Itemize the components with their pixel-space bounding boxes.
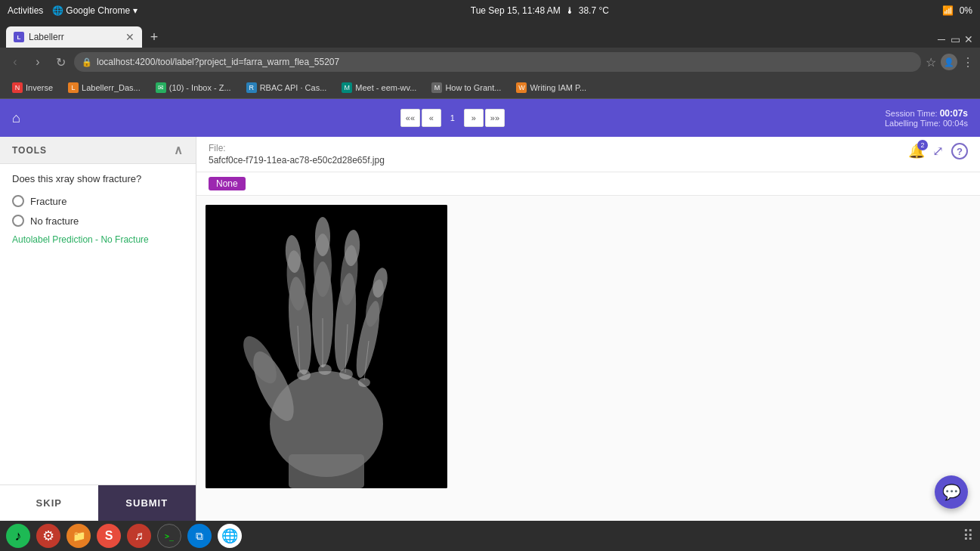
bookmark-writing-iam[interactable]: W Writing IAM P... — [510, 81, 592, 94]
menu-icon[interactable]: ⋮ — [962, 55, 974, 70]
notification-button[interactable]: 🔔 2 — [908, 143, 925, 159]
url-input[interactable]: 🔒 localhost:4200/tool/label?project_id=f… — [74, 52, 921, 72]
first-page-button[interactable]: «« — [400, 109, 420, 127]
incognito-icon: 👤 — [941, 54, 957, 70]
tab-title: Labellerr — [29, 32, 64, 42]
os-topbar: Activities 🌐 Google Chrome ▾ Tue Sep 15,… — [0, 0, 980, 21]
temp-label: 38.7 °C — [579, 5, 609, 16]
dropdown-arrow-icon: ▾ — [133, 5, 138, 16]
bookmark-label: RBAC API · Cas... — [260, 83, 327, 92]
next-page-button[interactable]: » — [464, 109, 484, 127]
close-tab-button[interactable]: ✕ — [125, 31, 134, 43]
activities-label[interactable]: Activities — [8, 5, 43, 16]
file-name: 5afcf0ce-f719-11ea-ac78-e50c2d28e65f.jpg — [209, 155, 385, 166]
taskbar-app-vscode[interactable]: ⧉ — [187, 524, 212, 548]
home-button[interactable]: ⌂ — [12, 110, 20, 126]
app-grid-button[interactable]: ⠿ — [963, 527, 974, 545]
taskbar-app-s[interactable]: S — [97, 524, 121, 548]
svg-point-19 — [339, 369, 353, 379]
radio-no-fracture[interactable]: No fracture — [12, 215, 184, 227]
app-body: TOOLS ∧ Does this xray show fracture? Fr… — [0, 137, 980, 521]
file-label: File: — [209, 143, 385, 153]
file-header: File: 5afcf0ce-f719-11ea-ac78-e50c2d28e6… — [196, 137, 980, 172]
collapse-button[interactable]: ∧ — [174, 143, 184, 157]
bookmark-favicon: L — [68, 82, 79, 93]
autolabel-prediction: Autolabel Prediction - No Fracture — [12, 234, 184, 245]
question-text: Does this xray show fracture? — [12, 173, 184, 184]
bookmark-label: Labellerr_Das... — [82, 83, 141, 92]
taskbar: ♪ ⚙ 📁 S ♬ >_ ⧉ 🌐 ⠿ — [0, 521, 980, 551]
bookmark-favicon: N — [12, 82, 23, 93]
close-window-button[interactable]: ✕ — [963, 34, 974, 45]
new-tab-button[interactable]: + — [144, 26, 165, 48]
address-bar: ‹ › ↻ 🔒 localhost:4200/tool/label?projec… — [0, 48, 980, 76]
tools-header: TOOLS ∧ — [0, 137, 196, 164]
tools-title: TOOLS — [12, 145, 47, 156]
share-button[interactable]: ⤢ — [932, 143, 944, 159]
minimize-button[interactable]: ─ — [936, 34, 947, 45]
bookmark-label: Writing IAM P... — [530, 83, 586, 92]
radio-fracture-circle — [12, 195, 24, 207]
datetime-label: Tue Sep 15, 11:48 AM — [471, 5, 561, 16]
taskbar-app-files[interactable]: 📁 — [66, 524, 91, 548]
network-icon: 📶 — [942, 5, 954, 16]
bookmark-label: (10) - Inbox - Z... — [169, 83, 231, 92]
lock-icon: 🔒 — [82, 57, 92, 67]
notification-badge: 2 — [917, 140, 928, 150]
bookmark-labellerr[interactable]: L Labellerr_Das... — [62, 81, 147, 94]
left-panel: TOOLS ∧ Does this xray show fracture? Fr… — [0, 137, 196, 521]
bookmark-inverse[interactable]: N Inverse — [6, 81, 59, 94]
address-bar-right: ☆ 👤 ⋮ — [926, 54, 974, 70]
skip-button[interactable]: SKIP — [0, 485, 98, 521]
bookmark-favicon: W — [516, 82, 527, 93]
session-time-row: Session Time: 00:07s — [885, 108, 968, 119]
back-button[interactable]: ‹ — [6, 55, 24, 69]
browser-tab[interactable]: L Labellerr ✕ — [6, 26, 142, 48]
svg-point-10 — [315, 217, 330, 256]
bookmark-howto[interactable]: M How to Grant... — [425, 81, 507, 94]
prev-page-button[interactable]: « — [422, 109, 441, 127]
submit-button[interactable]: SUBMIT — [98, 485, 196, 521]
svg-point-17 — [297, 370, 311, 380]
help-button[interactable]: ? — [951, 143, 968, 159]
taskbar-app-music[interactable]: ♬ — [127, 524, 151, 548]
labelling-time-value: 00:04s — [943, 119, 968, 128]
url-text: localhost:4200/tool/label?project_id=far… — [97, 57, 339, 67]
window-controls: ─ ▭ ✕ — [936, 34, 974, 48]
taskbar-app-settings[interactable]: ⚙ — [36, 524, 60, 548]
xray-image — [206, 205, 447, 488]
pagination: «« « 1 » »» — [400, 109, 505, 127]
taskbar-app-spotify[interactable]: ♪ — [6, 524, 30, 548]
browser-name-label: Google Chrome — [66, 5, 130, 16]
os-topbar-left: Activities 🌐 Google Chrome ▾ — [8, 5, 138, 16]
last-page-button[interactable]: »» — [485, 109, 505, 127]
maximize-button[interactable]: ▭ — [950, 34, 960, 45]
bookmark-favicon: M — [431, 82, 442, 93]
battery-label: 0% — [960, 5, 972, 16]
bookmark-favicon: M — [342, 82, 352, 93]
chat-button[interactable]: 💬 — [935, 475, 968, 509]
question-section: Does this xray show fracture? Fracture N… — [0, 164, 196, 484]
svg-rect-2 — [289, 454, 364, 488]
bookmark-rbac[interactable]: R RBAC API · Cas... — [240, 81, 333, 94]
taskbar-app-chrome[interactable]: 🌐 — [218, 524, 242, 548]
bookmark-star-icon[interactable]: ☆ — [926, 55, 936, 70]
bookmark-inbox[interactable]: ✉ (10) - Inbox - Z... — [150, 81, 237, 94]
chrome-browser-label: 🌐 Google Chrome ▾ — [52, 5, 138, 16]
refresh-button[interactable]: ↻ — [51, 55, 70, 70]
forward-button[interactable]: › — [29, 55, 47, 69]
taskbar-app-terminal[interactable]: >_ — [157, 524, 181, 548]
current-page-button[interactable]: 1 — [443, 109, 462, 127]
radio-no-fracture-label: No fracture — [30, 215, 79, 227]
temp-icon: 🌡 — [565, 5, 574, 16]
xray-hand-svg — [206, 205, 447, 488]
radio-fracture[interactable]: Fracture — [12, 195, 184, 207]
bookmarks-bar: N Inverse L Labellerr_Das... ✉ (10) - In… — [0, 76, 980, 99]
bookmark-meet[interactable]: M Meet - eem-wv... — [335, 81, 422, 94]
bottom-buttons: SKIP SUBMIT — [0, 484, 196, 521]
radio-fracture-label: Fracture — [30, 196, 66, 207]
tab-favicon: L — [14, 32, 24, 42]
bookmark-favicon: R — [246, 82, 257, 93]
os-topbar-center: Tue Sep 15, 11:48 AM 🌡 38.7 °C — [471, 5, 609, 16]
app-container: ⌂ «« « 1 » »» Session Time: 00:07s Label… — [0, 99, 980, 521]
